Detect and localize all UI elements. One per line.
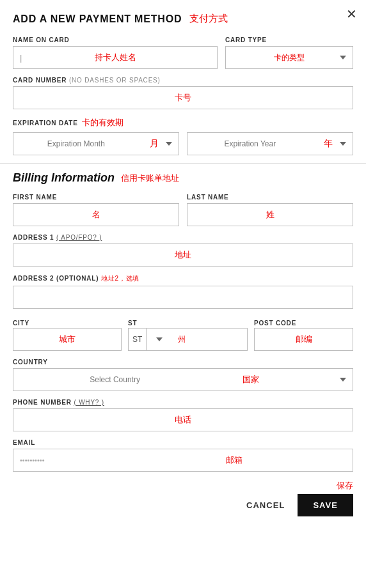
country-group: COUNTRY United States China Select Count… [13, 359, 353, 391]
state-select-wrapper: CA NY 州 [147, 329, 247, 350]
first-name-input[interactable] [13, 203, 179, 226]
modal-title-row: ADD A NEW PAYMENT METHOD 支付方式 [13, 13, 353, 25]
address1-label-text: ADDRESS 1 [13, 234, 54, 241]
address1-group: ADDRESS 1 ( APO/FPO? ) 地址 [13, 234, 353, 267]
postcode-wrapper: 邮编 [254, 328, 353, 351]
state-select[interactable]: CA NY [147, 329, 166, 350]
name-on-card-group: NAME ON CARD 持卡人姓名 [13, 36, 218, 69]
name-row: FIRST NAME 名 LAST NAME 姓 [13, 194, 353, 226]
card-number-wrapper: 卡号 [13, 86, 353, 109]
name-on-card-label: NAME ON CARD [13, 36, 218, 43]
save-zh-row: 保存 [13, 479, 353, 491]
city-label: CITY [13, 320, 29, 327]
modal-title-zh: 支付方式 [189, 13, 228, 25]
cancel-button[interactable]: CANCEL [246, 500, 285, 510]
billing-section-title-zh: 信用卡账单地址 [121, 173, 179, 184]
expiration-year-group: 2024 2025 Expiration Year 年 [187, 132, 353, 155]
email-label: EMAIL [13, 439, 353, 446]
address1-wrapper: 地址 [13, 244, 353, 267]
close-button[interactable]: ✕ [346, 8, 357, 20]
name-on-card-wrapper: 持卡人姓名 [13, 46, 218, 69]
expiration-year-select[interactable]: 2024 2025 [187, 132, 353, 155]
phone-why-link[interactable]: ( WHY? ) [74, 399, 104, 406]
card-type-wrapper: Visa MasterCard 卡的类型 [225, 46, 353, 69]
country-select[interactable]: United States China [13, 368, 353, 391]
state-group: ST ST CA NY 州 [128, 316, 248, 351]
billing-title-row: Billing Information 信用卡账单地址 [13, 171, 353, 185]
card-number-note: (NO DASHES OR SPACES) [69, 77, 161, 84]
country-label: COUNTRY [13, 359, 353, 366]
state-zh: 州 [178, 334, 186, 345]
first-name-group: FIRST NAME 名 [13, 194, 179, 226]
postcode-group: POST CODE 邮编 [254, 316, 353, 351]
phone-label-text: PHONE NUMBER [13, 399, 72, 406]
card-number-label-text: CARD NUMBER [13, 77, 67, 84]
state-label: ST [128, 320, 137, 327]
first-name-wrapper: 名 [13, 203, 179, 226]
modal-container: ✕ ADD A NEW PAYMENT METHOD 支付方式 NAME ON … [0, 0, 366, 588]
card-type-group: CARD TYPE Visa MasterCard 卡的类型 [225, 36, 353, 69]
state-input-wrapper: ST CA NY 州 [128, 328, 248, 351]
card-number-label: CARD NUMBER (NO DASHES OR SPACES) [13, 77, 353, 84]
expiration-date-main-label: EXPIRATION DATE [13, 120, 78, 127]
email-group: EMAIL 邮箱 [13, 439, 353, 472]
state-prefix: ST [129, 329, 147, 350]
footer-buttons: CANCEL SAVE [13, 494, 353, 516]
city-wrapper: 城市 [13, 328, 122, 351]
card-number-input[interactable] [13, 86, 353, 109]
expiration-year-wrapper: 2024 2025 Expiration Year 年 [187, 132, 353, 155]
address2-input[interactable] [13, 286, 353, 309]
name-cardtype-row: NAME ON CARD 持卡人姓名 CARD TYPE Visa Master… [13, 36, 353, 69]
address2-label-text: ADDRESS 2 (OPTIONAL) [13, 275, 99, 282]
name-on-card-input[interactable] [13, 46, 218, 69]
address1-input[interactable] [13, 244, 353, 267]
address2-label: ADDRESS 2 (OPTIONAL) 地址2，选填 [13, 274, 353, 283]
expiration-date-zh: 卡的有效期 [82, 117, 123, 128]
address1-apo-link[interactable]: ( APO/FPO? ) [56, 234, 102, 241]
country-wrapper: United States China Select Country 国家 [13, 368, 353, 391]
expiration-month-select[interactable]: 01 02 [13, 132, 179, 155]
first-name-label: FIRST NAME [13, 194, 179, 201]
card-number-group: CARD NUMBER (NO DASHES OR SPACES) 卡号 [13, 77, 353, 109]
expiration-month-group: 01 02 Expiration Month 月 [13, 132, 179, 155]
save-zh-note: 保存 [337, 481, 353, 490]
expiration-row: 01 02 Expiration Month 月 2024 2025 Expir… [13, 132, 353, 155]
city-input[interactable] [13, 328, 122, 351]
expiration-label-container: EXPIRATION DATE 卡的有效期 [13, 117, 353, 128]
phone-input[interactable] [13, 408, 353, 431]
address2-group: ADDRESS 2 (OPTIONAL) 地址2，选填 [13, 274, 353, 309]
last-name-wrapper: 姓 [187, 203, 353, 226]
phone-label: PHONE NUMBER ( WHY? ) [13, 399, 353, 406]
card-type-select[interactable]: Visa MasterCard [225, 46, 353, 69]
city-state-postcode-row: CITY 城市 ST ST CA NY 州 POST C [13, 316, 353, 351]
postcode-input[interactable] [254, 328, 353, 351]
modal-title: ADD A NEW PAYMENT METHOD [13, 13, 182, 25]
city-group: CITY 城市 [13, 316, 122, 351]
last-name-group: LAST NAME 姓 [187, 194, 353, 226]
last-name-input[interactable] [187, 203, 353, 226]
postcode-label: POST CODE [254, 320, 296, 327]
section-divider [0, 163, 366, 164]
card-type-label: CARD TYPE [225, 36, 353, 43]
address1-label: ADDRESS 1 ( APO/FPO? ) [13, 234, 353, 241]
billing-section-title: Billing Information [13, 171, 115, 185]
email-input[interactable] [13, 449, 353, 472]
last-name-label: LAST NAME [187, 194, 353, 201]
phone-wrapper: 电话 [13, 408, 353, 431]
address2-zh: 地址2，选填 [101, 275, 139, 282]
email-wrapper: 邮箱 [13, 449, 353, 472]
phone-group: PHONE NUMBER ( WHY? ) 电话 [13, 399, 353, 431]
expiration-month-wrapper: 01 02 Expiration Month 月 [13, 132, 179, 155]
save-button[interactable]: SAVE [298, 494, 353, 516]
